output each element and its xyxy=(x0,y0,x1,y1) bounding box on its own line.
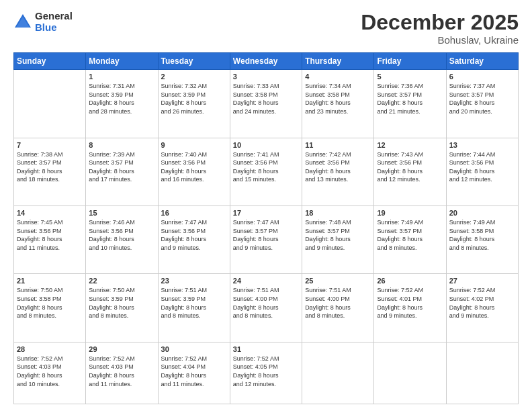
table-row xyxy=(374,342,446,404)
header: General Blue December 2025 Bohuslav, Ukr… xyxy=(13,11,519,46)
table-row: 25Sunrise: 7:51 AM Sunset: 4:00 PM Dayli… xyxy=(302,274,374,342)
day-number: 20 xyxy=(449,209,515,217)
logo: General Blue xyxy=(13,11,73,33)
table-row: 24Sunrise: 7:51 AM Sunset: 4:00 PM Dayli… xyxy=(230,274,302,342)
logo-text: General Blue xyxy=(35,11,73,33)
table-row: 17Sunrise: 7:47 AM Sunset: 3:57 PM Dayli… xyxy=(230,206,302,274)
day-info: Sunrise: 7:52 AM Sunset: 4:04 PM Dayligh… xyxy=(161,355,227,388)
day-number: 26 xyxy=(377,277,443,285)
day-number: 7 xyxy=(17,141,83,149)
day-info: Sunrise: 7:52 AM Sunset: 4:01 PM Dayligh… xyxy=(377,286,443,320)
day-info: Sunrise: 7:38 AM Sunset: 3:57 PM Dayligh… xyxy=(17,150,83,184)
day-info: Sunrise: 7:39 AM Sunset: 3:57 PM Dayligh… xyxy=(89,150,154,184)
day-number: 3 xyxy=(233,73,299,81)
table-row: 13Sunrise: 7:44 AM Sunset: 3:56 PM Dayli… xyxy=(446,138,518,205)
day-number: 1 xyxy=(89,73,154,81)
table-row: 18Sunrise: 7:48 AM Sunset: 3:57 PM Dayli… xyxy=(302,206,374,274)
col-monday: Monday xyxy=(86,53,158,70)
day-info: Sunrise: 7:47 AM Sunset: 3:57 PM Dayligh… xyxy=(233,218,299,252)
calendar-week-row: 14Sunrise: 7:45 AM Sunset: 3:56 PM Dayli… xyxy=(14,206,519,274)
table-row: 21Sunrise: 7:50 AM Sunset: 3:58 PM Dayli… xyxy=(14,274,86,342)
table-row: 27Sunrise: 7:52 AM Sunset: 4:02 PM Dayli… xyxy=(446,274,518,342)
day-info: Sunrise: 7:46 AM Sunset: 3:56 PM Dayligh… xyxy=(89,218,154,252)
table-row: 29Sunrise: 7:52 AM Sunset: 4:03 PM Dayli… xyxy=(86,342,158,404)
col-tuesday: Tuesday xyxy=(158,53,230,70)
calendar-week-row: 7Sunrise: 7:38 AM Sunset: 3:57 PM Daylig… xyxy=(14,138,519,205)
table-row: 16Sunrise: 7:47 AM Sunset: 3:56 PM Dayli… xyxy=(158,206,230,274)
table-row: 8Sunrise: 7:39 AM Sunset: 3:57 PM Daylig… xyxy=(86,138,158,205)
day-info: Sunrise: 7:48 AM Sunset: 3:57 PM Dayligh… xyxy=(305,218,371,252)
day-info: Sunrise: 7:52 AM Sunset: 4:03 PM Dayligh… xyxy=(17,355,83,388)
logo-icon xyxy=(13,13,32,32)
table-row: 1Sunrise: 7:31 AM Sunset: 3:59 PM Daylig… xyxy=(86,70,158,138)
day-info: Sunrise: 7:52 AM Sunset: 4:03 PM Dayligh… xyxy=(89,355,154,388)
day-info: Sunrise: 7:52 AM Sunset: 4:02 PM Dayligh… xyxy=(449,286,515,320)
table-row: 14Sunrise: 7:45 AM Sunset: 3:56 PM Dayli… xyxy=(14,206,86,274)
day-number: 14 xyxy=(17,209,83,217)
day-number: 21 xyxy=(17,277,83,285)
day-number: 28 xyxy=(17,345,83,353)
day-info: Sunrise: 7:51 AM Sunset: 4:00 PM Dayligh… xyxy=(233,286,299,320)
day-number: 15 xyxy=(89,209,154,217)
table-row: 12Sunrise: 7:43 AM Sunset: 3:56 PM Dayli… xyxy=(374,138,446,205)
day-number: 29 xyxy=(89,345,154,353)
day-info: Sunrise: 7:44 AM Sunset: 3:56 PM Dayligh… xyxy=(449,150,515,184)
calendar-week-row: 28Sunrise: 7:52 AM Sunset: 4:03 PM Dayli… xyxy=(14,342,519,404)
logo-blue-text: Blue xyxy=(35,22,73,34)
day-number: 30 xyxy=(161,345,227,353)
calendar-table: Sunday Monday Tuesday Wednesday Thursday… xyxy=(13,52,519,404)
col-thursday: Thursday xyxy=(302,53,374,70)
day-number: 12 xyxy=(377,141,443,149)
table-row xyxy=(446,342,518,404)
day-number: 6 xyxy=(449,73,515,81)
day-info: Sunrise: 7:51 AM Sunset: 3:59 PM Dayligh… xyxy=(161,286,227,320)
day-number: 8 xyxy=(89,141,154,149)
day-info: Sunrise: 7:32 AM Sunset: 3:59 PM Dayligh… xyxy=(161,82,227,116)
day-number: 4 xyxy=(305,73,371,81)
day-info: Sunrise: 7:50 AM Sunset: 3:58 PM Dayligh… xyxy=(17,286,83,320)
table-row: 10Sunrise: 7:41 AM Sunset: 3:56 PM Dayli… xyxy=(230,138,302,205)
table-row: 3Sunrise: 7:33 AM Sunset: 3:58 PM Daylig… xyxy=(230,70,302,138)
table-row: 9Sunrise: 7:40 AM Sunset: 3:56 PM Daylig… xyxy=(158,138,230,205)
day-number: 9 xyxy=(161,141,227,149)
day-info: Sunrise: 7:49 AM Sunset: 3:57 PM Dayligh… xyxy=(377,218,443,252)
table-row: 20Sunrise: 7:49 AM Sunset: 3:58 PM Dayli… xyxy=(446,206,518,274)
day-number: 23 xyxy=(161,277,227,285)
table-row: 26Sunrise: 7:52 AM Sunset: 4:01 PM Dayli… xyxy=(374,274,446,342)
day-info: Sunrise: 7:34 AM Sunset: 3:58 PM Dayligh… xyxy=(305,82,371,116)
table-row: 30Sunrise: 7:52 AM Sunset: 4:04 PM Dayli… xyxy=(158,342,230,404)
col-friday: Friday xyxy=(374,53,446,70)
day-number: 2 xyxy=(161,73,227,81)
day-info: Sunrise: 7:52 AM Sunset: 4:05 PM Dayligh… xyxy=(233,355,299,388)
day-number: 13 xyxy=(449,141,515,149)
table-row: 19Sunrise: 7:49 AM Sunset: 3:57 PM Dayli… xyxy=(374,206,446,274)
table-row: 2Sunrise: 7:32 AM Sunset: 3:59 PM Daylig… xyxy=(158,70,230,138)
day-info: Sunrise: 7:49 AM Sunset: 3:58 PM Dayligh… xyxy=(449,218,515,252)
table-row: 6Sunrise: 7:37 AM Sunset: 3:57 PM Daylig… xyxy=(446,70,518,138)
day-info: Sunrise: 7:31 AM Sunset: 3:59 PM Dayligh… xyxy=(89,82,154,116)
day-number: 24 xyxy=(233,277,299,285)
day-number: 22 xyxy=(89,277,154,285)
day-info: Sunrise: 7:47 AM Sunset: 3:56 PM Dayligh… xyxy=(161,218,227,252)
table-row: 11Sunrise: 7:42 AM Sunset: 3:56 PM Dayli… xyxy=(302,138,374,205)
day-info: Sunrise: 7:51 AM Sunset: 4:00 PM Dayligh… xyxy=(305,286,371,320)
day-number: 25 xyxy=(305,277,371,285)
title-block: December 2025 Bohuslav, Ukraine xyxy=(361,11,519,46)
day-number: 5 xyxy=(377,73,443,81)
day-info: Sunrise: 7:33 AM Sunset: 3:58 PM Dayligh… xyxy=(233,82,299,116)
calendar-week-row: 1Sunrise: 7:31 AM Sunset: 3:59 PM Daylig… xyxy=(14,70,519,138)
page: General Blue December 2025 Bohuslav, Ukr… xyxy=(0,0,532,411)
table-row: 28Sunrise: 7:52 AM Sunset: 4:03 PM Dayli… xyxy=(14,342,86,404)
day-info: Sunrise: 7:50 AM Sunset: 3:59 PM Dayligh… xyxy=(89,286,154,320)
day-info: Sunrise: 7:37 AM Sunset: 3:57 PM Dayligh… xyxy=(449,82,515,116)
col-sunday: Sunday xyxy=(14,53,86,70)
calendar-header-row: Sunday Monday Tuesday Wednesday Thursday… xyxy=(14,53,519,70)
day-number: 18 xyxy=(305,209,371,217)
day-info: Sunrise: 7:45 AM Sunset: 3:56 PM Dayligh… xyxy=(17,218,83,252)
table-row xyxy=(14,70,86,138)
title-month: December 2025 xyxy=(361,11,519,34)
title-location: Bohuslav, Ukraine xyxy=(361,34,519,46)
table-row: 22Sunrise: 7:50 AM Sunset: 3:59 PM Dayli… xyxy=(86,274,158,342)
day-number: 19 xyxy=(377,209,443,217)
day-info: Sunrise: 7:40 AM Sunset: 3:56 PM Dayligh… xyxy=(161,150,227,184)
